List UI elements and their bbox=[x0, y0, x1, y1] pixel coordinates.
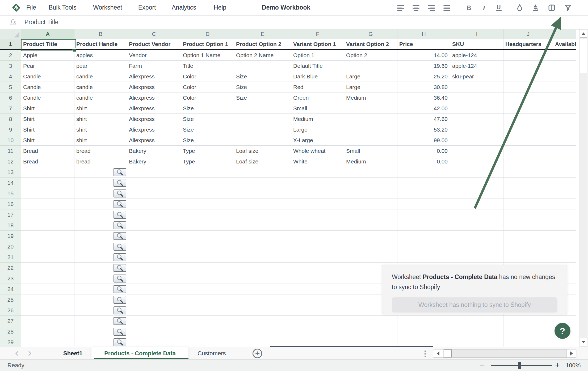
cell-H16[interactable] bbox=[397, 199, 450, 209]
cell-I6[interactable] bbox=[450, 92, 503, 103]
cell-G8[interactable] bbox=[344, 114, 397, 124]
cell-J2[interactable] bbox=[503, 50, 553, 61]
cell-B1[interactable]: Product Handle bbox=[74, 39, 127, 49]
cell-E8[interactable] bbox=[234, 114, 291, 124]
cell-D17[interactable] bbox=[181, 209, 234, 220]
cell-C5[interactable]: Aliexpress bbox=[127, 82, 181, 92]
cell-F7[interactable]: Small bbox=[291, 103, 344, 114]
cell-H27[interactable] bbox=[397, 316, 450, 326]
cell-H29[interactable] bbox=[397, 337, 450, 347]
cell-C28[interactable] bbox=[127, 326, 181, 337]
cell-I12[interactable] bbox=[450, 156, 503, 167]
cell-G17[interactable] bbox=[344, 209, 397, 220]
cell-K3[interactable] bbox=[553, 61, 576, 71]
cell-I11[interactable] bbox=[450, 146, 503, 156]
column-header-A[interactable]: A bbox=[21, 29, 74, 39]
cell-F4[interactable]: Dark Blue bbox=[291, 71, 344, 82]
cell-F22[interactable] bbox=[291, 263, 344, 273]
cell-search-button[interactable] bbox=[114, 168, 126, 176]
cell-G19[interactable] bbox=[344, 231, 397, 241]
cell-G12[interactable]: Medium bbox=[344, 156, 397, 167]
cell-D13[interactable] bbox=[181, 167, 234, 178]
cell-K13[interactable] bbox=[553, 167, 576, 178]
cell-A1[interactable]: Product Title bbox=[21, 39, 74, 49]
row-header-25[interactable]: 25 bbox=[0, 294, 21, 305]
cell-H3[interactable]: 19.60 bbox=[397, 61, 450, 71]
zoom-out-button[interactable]: − bbox=[480, 361, 484, 370]
cell-J28[interactable] bbox=[503, 326, 553, 337]
cell-search-button[interactable] bbox=[114, 211, 126, 219]
cell-F17[interactable] bbox=[291, 209, 344, 220]
cell-A26[interactable] bbox=[21, 305, 74, 316]
cell-search-button[interactable] bbox=[114, 306, 126, 314]
cell-D28[interactable] bbox=[181, 326, 234, 337]
row-header-11[interactable]: 11 bbox=[0, 146, 21, 156]
align-right-icon[interactable] bbox=[427, 4, 435, 12]
italic-icon[interactable]: I bbox=[480, 4, 488, 12]
row-header-16[interactable]: 16 bbox=[0, 199, 21, 209]
cell-C27[interactable] bbox=[127, 316, 181, 326]
cell-A5[interactable]: Candle bbox=[21, 82, 74, 92]
formula-input[interactable]: Product Title bbox=[24, 19, 58, 26]
cell-J27[interactable] bbox=[503, 316, 553, 326]
cell-A4[interactable]: Candle bbox=[21, 71, 74, 82]
cell-B26[interactable] bbox=[74, 305, 127, 316]
row-header-24[interactable]: 24 bbox=[0, 284, 21, 294]
workbook-title[interactable]: Demo Workbook bbox=[262, 4, 310, 11]
menu-item-worksheet[interactable]: Worksheet bbox=[93, 4, 122, 11]
cell-C13[interactable] bbox=[127, 167, 181, 178]
cell-H20[interactable] bbox=[397, 241, 450, 252]
zoom-slider-track[interactable] bbox=[491, 365, 552, 366]
cell-I21[interactable] bbox=[450, 252, 503, 263]
cell-K19[interactable] bbox=[553, 231, 576, 241]
cell-J18[interactable] bbox=[503, 220, 553, 231]
cell-search-button[interactable] bbox=[114, 189, 126, 197]
cell-K14[interactable] bbox=[553, 178, 576, 188]
cell-B14[interactable] bbox=[74, 178, 127, 188]
cell-K15[interactable] bbox=[553, 188, 576, 199]
cell-G13[interactable] bbox=[344, 167, 397, 178]
cell-E22[interactable] bbox=[234, 263, 291, 273]
cell-E23[interactable] bbox=[234, 273, 291, 284]
row-header-23[interactable]: 23 bbox=[0, 273, 21, 284]
cell-G2[interactable]: Option 2 bbox=[344, 50, 397, 61]
cell-E26[interactable] bbox=[234, 305, 291, 316]
cell-F15[interactable] bbox=[291, 188, 344, 199]
cell-A18[interactable] bbox=[21, 220, 74, 231]
cell-G28[interactable] bbox=[344, 326, 397, 337]
cell-I16[interactable] bbox=[450, 199, 503, 209]
menu-item-bulk-tools[interactable]: Bulk Tools bbox=[49, 4, 76, 11]
cell-A21[interactable] bbox=[21, 252, 74, 263]
cell-F14[interactable] bbox=[291, 178, 344, 188]
select-all-corner[interactable] bbox=[0, 29, 21, 39]
cell-E3[interactable] bbox=[234, 61, 291, 71]
cell-F21[interactable] bbox=[291, 252, 344, 263]
cell-F28[interactable] bbox=[291, 326, 344, 337]
cell-D24[interactable] bbox=[181, 284, 234, 294]
cell-B11[interactable]: bread bbox=[74, 146, 127, 156]
cell-search-button[interactable] bbox=[114, 264, 126, 272]
cell-K11[interactable] bbox=[553, 146, 576, 156]
cell-B13[interactable] bbox=[74, 167, 127, 178]
column-header-G[interactable]: G bbox=[344, 29, 397, 39]
row-header-6[interactable]: 6 bbox=[0, 92, 21, 103]
tab-strip-resize-handle[interactable] bbox=[425, 351, 426, 357]
cell-B24[interactable] bbox=[74, 284, 127, 294]
cell-C6[interactable]: Aliexpress bbox=[127, 92, 181, 103]
cell-I18[interactable] bbox=[450, 220, 503, 231]
cell-E5[interactable]: Size bbox=[234, 82, 291, 92]
align-left-icon[interactable] bbox=[397, 4, 405, 12]
row-header-1[interactable]: 1 bbox=[0, 39, 21, 49]
cell-C1[interactable]: Product Vendor bbox=[127, 39, 181, 49]
help-button[interactable]: ? bbox=[555, 323, 570, 339]
cell-H13[interactable] bbox=[397, 167, 450, 178]
row-header-12[interactable]: 12 bbox=[0, 156, 21, 167]
column-header-D[interactable]: D bbox=[181, 29, 234, 39]
cell-F16[interactable] bbox=[291, 199, 344, 209]
cell-E10[interactable] bbox=[234, 135, 291, 146]
align-center-icon[interactable] bbox=[412, 4, 420, 12]
cell-D26[interactable] bbox=[181, 305, 234, 316]
cell-H11[interactable]: 0.00 bbox=[397, 146, 450, 156]
cell-B20[interactable] bbox=[74, 241, 127, 252]
cell-A22[interactable] bbox=[21, 263, 74, 273]
